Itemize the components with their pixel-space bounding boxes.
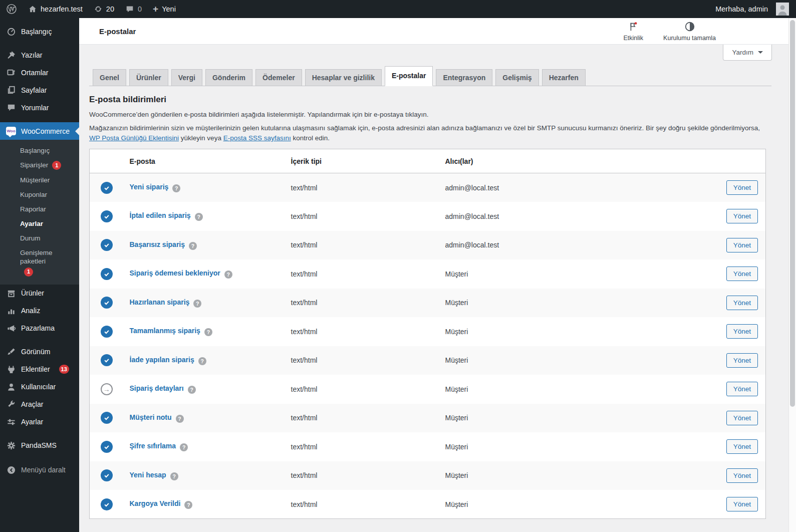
email-status-icon[interactable]: → — [101, 268, 113, 280]
account-menu-item[interactable]: Merhaba, admin — [715, 3, 789, 16]
tab-entegrasyon[interactable]: Entegrasyon — [436, 69, 492, 86]
site-menu-item[interactable]: hezarfen.test — [28, 5, 83, 14]
email-status-icon[interactable]: → — [101, 469, 113, 481]
table-header-row: E-posta İçerik tipi Alıcı(lar) — [90, 149, 766, 173]
tab-hezarfen[interactable]: Hezarfen — [542, 69, 586, 86]
email-name-link[interactable]: İptal edilen sipariş — [130, 211, 191, 219]
sidebar-item-analiz[interactable]: Analiz — [0, 302, 79, 320]
email-status-icon[interactable]: → — [101, 210, 113, 222]
help-icon[interactable] — [195, 213, 203, 221]
sidebar-item-pazarlama[interactable]: Pazarlama — [0, 320, 79, 337]
manage-button[interactable]: Yönet — [726, 468, 758, 483]
tab-odemeler[interactable]: Ödemeler — [255, 69, 302, 86]
manage-button[interactable]: Yönet — [726, 238, 758, 252]
help-icon[interactable] — [184, 501, 192, 509]
manage-button[interactable]: Yönet — [726, 209, 758, 223]
sidebar-item-pandasms[interactable]: PandaSMS — [0, 437, 79, 454]
sidebar-item-kullanicilar[interactable]: Kullanıcılar — [0, 378, 79, 396]
submenu-item-genisleme-paketleri[interactable]: Genişleme paketleri 1 — [0, 245, 79, 279]
sidebar-item-gorunum[interactable]: Görünüm — [0, 343, 79, 361]
vertical-scrollbar[interactable] — [788, 18, 796, 532]
email-status-icon[interactable]: → — [101, 182, 113, 194]
submenu-item-raporlar[interactable]: Raporlar — [0, 202, 79, 216]
sidebar-item-ortamlar[interactable]: Ortamlar — [0, 64, 79, 81]
help-icon[interactable] — [172, 184, 180, 192]
email-name-link[interactable]: Tamamlanmış sipariş — [130, 327, 200, 335]
manage-button[interactable]: Yönet — [726, 497, 758, 511]
email-status-icon[interactable]: → — [101, 441, 113, 453]
submenu-item-kuponlar[interactable]: Kuponlar — [0, 187, 79, 202]
email-name-link[interactable]: Kargoya Verildi — [130, 499, 181, 507]
email-name-link[interactable]: Yeni sipariş — [130, 183, 169, 191]
updates-menu-item[interactable]: 20 — [94, 5, 114, 14]
help-icon[interactable] — [198, 357, 206, 365]
email-status-icon[interactable]: → — [101, 412, 113, 424]
activity-button[interactable]: Etkinlik — [624, 21, 644, 42]
tab-hesaplar-ve-gizlilik[interactable]: Hesaplar ve gizlilik — [305, 69, 382, 86]
sidebar-item-urunler[interactable]: Ürünler — [0, 285, 79, 302]
help-icon[interactable] — [176, 415, 184, 423]
comments-menu-item[interactable]: 0 — [125, 5, 142, 14]
email-status-icon[interactable]: → — [101, 354, 113, 366]
comments-icon — [125, 5, 134, 14]
help-icon[interactable] — [188, 386, 196, 394]
admin-bar: hezarfen.test 20 0 + Yeni Merhaba, admin — [0, 0, 796, 18]
help-icon[interactable] — [193, 300, 201, 308]
manage-button[interactable]: Yönet — [726, 439, 758, 454]
wordpress-logo-icon[interactable] — [6, 4, 17, 15]
submenu-item-ayarlar[interactable]: Ayarlar — [0, 216, 79, 231]
sidebar-item-eklentiler[interactable]: Eklentiler 13 — [0, 361, 79, 378]
email-name-link[interactable]: Başarısız sipariş — [130, 240, 185, 248]
email-status-icon[interactable]: → — [101, 498, 113, 510]
help-icon[interactable] — [224, 271, 232, 279]
submenu-item-musteriler[interactable]: Müşteriler — [0, 173, 79, 187]
help-icon[interactable] — [170, 472, 178, 480]
tab-gonderim[interactable]: Gönderim — [205, 69, 252, 86]
finish-setup-button[interactable]: Kurulumu tamamla — [663, 21, 716, 42]
submenu-item-baslangic[interactable]: Başlangıç — [0, 143, 79, 158]
email-name-link[interactable]: Şifre sıfırlama — [130, 442, 176, 450]
help-dropdown-button[interactable]: Yardım — [723, 45, 772, 61]
collapse-menu-button[interactable]: Menüyü daralt — [0, 461, 79, 479]
email-name-link[interactable]: Yeni hesap — [130, 471, 166, 479]
manage-button[interactable]: Yönet — [726, 353, 758, 368]
manage-button[interactable]: Yönet — [726, 411, 758, 425]
sidebar-item-araclar[interactable]: Araçlar — [0, 396, 79, 413]
sidebar-item-woocommerce[interactable]: Woo WooCommerce — [0, 122, 79, 140]
email-name-link[interactable]: Hazırlanan sipariş — [130, 298, 190, 306]
sidebar-item-label: Analiz — [21, 307, 40, 315]
email-status-icon[interactable]: → — [101, 239, 113, 251]
email-name-link[interactable]: Müşteri notu — [130, 413, 172, 421]
email-name-link[interactable]: İade yapılan sipariş — [130, 356, 194, 364]
email-status-icon[interactable]: → — [101, 297, 113, 309]
help-icon[interactable] — [189, 242, 197, 250]
sidebar-item-yazilar[interactable]: Yazılar — [0, 46, 79, 64]
sidebar-item-baslangic[interactable]: Başlangıç — [0, 23, 79, 40]
sidebar-item-sayfalar[interactable]: Sayfalar — [0, 81, 79, 99]
tab-gelismis[interactable]: Gelişmiş — [495, 69, 539, 86]
scrollbar-thumb[interactable] — [790, 20, 795, 407]
email-name-link[interactable]: Sipariş ödemesi bekleniyor — [130, 269, 220, 277]
email-faq-link[interactable]: E-posta SSS sayfasını — [223, 134, 291, 142]
manage-button[interactable]: Yönet — [726, 324, 758, 339]
help-icon[interactable] — [204, 328, 212, 336]
help-icon[interactable] — [180, 443, 188, 451]
submenu-item-siparisler[interactable]: Siparişler1 — [0, 158, 79, 173]
email-status-icon[interactable]: → — [101, 383, 113, 395]
manage-button[interactable]: Yönet — [726, 296, 758, 310]
manage-button[interactable]: Yönet — [726, 382, 758, 396]
manage-button[interactable]: Yönet — [726, 267, 758, 281]
sidebar-item-label: Ürünler — [21, 289, 44, 297]
tab-genel[interactable]: Genel — [93, 69, 126, 86]
email-status-icon[interactable]: → — [101, 326, 113, 338]
manage-button[interactable]: Yönet — [726, 180, 758, 195]
submenu-item-durum[interactable]: Durum — [0, 231, 79, 245]
tab-e-postalar[interactable]: E-postalar — [385, 66, 433, 86]
new-menu-item[interactable]: + Yeni — [153, 5, 176, 14]
tab-vergi[interactable]: Vergi — [171, 69, 202, 86]
wp-mail-logging-link[interactable]: WP Posta Günlüğü Eklentisini — [89, 134, 179, 142]
email-name-link[interactable]: Sipariş detayları — [130, 384, 184, 392]
sidebar-item-yorumlar[interactable]: Yorumlar — [0, 99, 79, 116]
tab-urunler[interactable]: Ürünler — [129, 69, 168, 86]
sidebar-item-ayarlar[interactable]: Ayarlar — [0, 413, 79, 431]
